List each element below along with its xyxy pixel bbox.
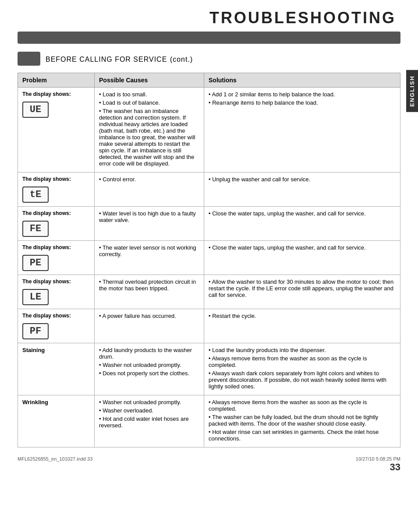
section-title: BEFORE CALLING FOR SERVICE (46, 56, 167, 63)
table-row-problem-5: The display shows:PF (18, 309, 95, 343)
table-row-problem-2: The display shows:FE (18, 207, 95, 241)
list-item: The washer has an imbalance detection an… (99, 108, 199, 167)
list-item: Allow the washer to stand for 30 minutes… (209, 278, 396, 298)
table-row-problem-1: The display shows:tE (18, 173, 95, 207)
list-item: Add 1 or 2 similar items to help balance… (209, 91, 396, 98)
table-row-solutions-1: Unplug the washer and call for service. (204, 173, 400, 207)
display-code-4: LE (22, 289, 49, 305)
table-row-solutions-7: Always remove items from the washer as s… (204, 395, 400, 447)
page-title: TROUBLESHOOTING (18, 9, 400, 27)
problem-label-6: Staining (22, 347, 90, 353)
col-header-problem: Problem (18, 73, 95, 88)
table-row-problem-0: The display shows:UE (18, 88, 95, 173)
list-item: Close the water taps, unplug the washer,… (209, 244, 396, 251)
list-item: Restart the cycle. (209, 313, 396, 319)
english-sidebar: ENGLISH (406, 70, 418, 112)
list-item: Load the laundry products into the dispe… (209, 347, 396, 353)
list-item: Always wash dark colors separately from … (209, 370, 396, 390)
table-row-causes-0: Load is too small.Load is out of balance… (95, 88, 204, 173)
table-row-causes-3: The water level sensor is not working co… (95, 241, 204, 275)
table-row-solutions-6: Load the laundry products into the dispe… (204, 343, 400, 395)
table-row-causes-6: Add laundry products to the washer drum.… (95, 343, 204, 395)
list-item: The water level sensor is not working co… (99, 244, 199, 257)
list-item: Thermal overload protection circuit in t… (99, 278, 199, 292)
list-item: Add laundry products to the washer drum. (99, 347, 199, 360)
display-label-4: The display shows: (22, 278, 90, 285)
table-row-causes-4: Thermal overload protection circuit in t… (95, 275, 204, 309)
display-label-1: The display shows: (22, 176, 90, 182)
list-item: Unplug the washer and call for service. (209, 176, 396, 183)
problem-label-7: Wrinkling (22, 399, 90, 405)
table-row-causes-5: A power failure has occurred. (95, 309, 204, 343)
display-code-0: UE (22, 102, 49, 118)
display-code-2: FE (22, 221, 49, 237)
footer-right: 10/27/10 5:08:25 PM (356, 456, 400, 462)
list-item: Load is too small. (99, 91, 199, 98)
list-item: Washer not unloaded promptly. (99, 362, 199, 368)
display-code-5: PF (22, 323, 49, 339)
list-item: Hot water rinse can set wrinkles in garm… (209, 429, 396, 442)
table-row-problem-7: Wrinkling (18, 395, 95, 447)
table-row-solutions-5: Restart the cycle. (204, 309, 400, 343)
display-label-5: The display shows: (22, 313, 90, 319)
page-number: 33 (18, 462, 400, 473)
section-subtitle: (cont.) (170, 56, 193, 63)
col-header-solutions: Solutions (204, 73, 400, 88)
display-label-2: The display shows: (22, 210, 90, 216)
footer-left: MFL62526855_en_101027.indd 33 (18, 456, 92, 462)
table-row-causes-2: Water level is too high due to a faulty … (95, 207, 204, 241)
title-decorative-bar (18, 32, 400, 44)
display-label-3: The display shows: (22, 244, 90, 250)
table-row-problem-6: Staining (18, 343, 95, 395)
table-row-problem-4: The display shows:LE (18, 275, 95, 309)
list-item: Washer overloaded. (99, 407, 199, 414)
troubleshooting-table: Problem Possible Causes Solutions The di… (18, 73, 400, 447)
list-item: Does not properly sort the clothes. (99, 370, 199, 377)
list-item: Always remove items from the washer as s… (209, 355, 396, 368)
display-code-1: tE (22, 187, 49, 203)
table-row-solutions-2: Close the water taps, unplug the washer,… (204, 207, 400, 241)
table-row-problem-3: The display shows:PE (18, 241, 95, 275)
section-header-bar (18, 52, 40, 66)
list-item: Always remove items from the washer as s… (209, 399, 396, 412)
table-row-causes-7: Washer not unloaded promptly.Washer over… (95, 395, 204, 447)
list-item: Hot and cold water inlet hoses are rever… (99, 416, 199, 429)
list-item: Control error. (99, 176, 199, 183)
table-row-solutions-0: Add 1 or 2 similar items to help balance… (204, 88, 400, 173)
list-item: Load is out of balance. (99, 99, 199, 106)
list-item: A power failure has occurred. (99, 313, 199, 319)
display-label-0: The display shows: (22, 91, 90, 97)
table-row-solutions-4: Allow the washer to stand for 30 minutes… (204, 275, 400, 309)
table-row-causes-1: Control error. (95, 173, 204, 207)
list-item: Close the water taps, unplug the washer,… (209, 210, 396, 217)
list-item: Water level is too high due to a faulty … (99, 210, 199, 223)
col-header-causes: Possible Causes (95, 73, 204, 88)
table-row-solutions-3: Close the water taps, unplug the washer,… (204, 241, 400, 275)
list-item: Rearrange items to help balance the load… (209, 99, 396, 106)
list-item: The washer can be fully loaded, but the … (209, 414, 396, 427)
list-item: Washer not unloaded promptly. (99, 399, 199, 405)
display-code-3: PE (22, 255, 49, 271)
